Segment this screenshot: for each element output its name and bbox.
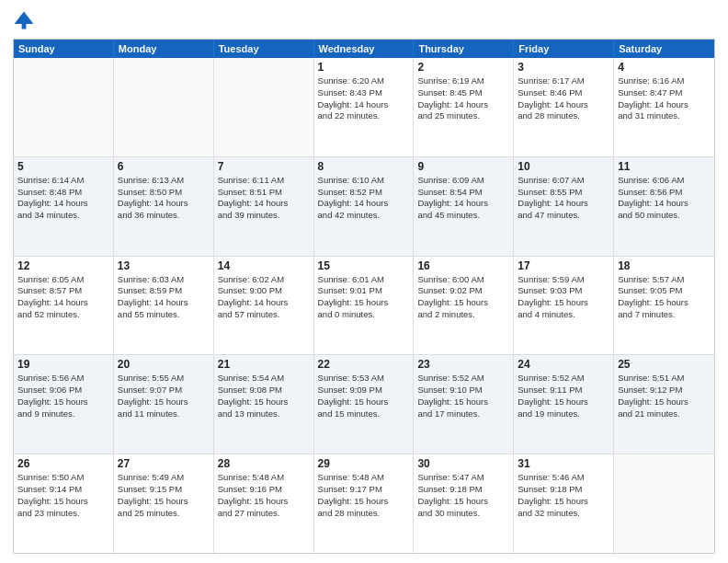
day-number: 22 xyxy=(318,358,410,371)
cell-line: and 47 minutes. xyxy=(518,210,609,222)
cell-line: Sunset: 9:18 PM xyxy=(417,484,509,496)
svg-marker-0 xyxy=(15,11,34,24)
cell-line: Sunset: 9:11 PM xyxy=(518,385,609,396)
calendar-cell-17: 17Sunrise: 5:59 AMSunset: 9:03 PMDayligh… xyxy=(514,257,614,355)
day-number: 19 xyxy=(17,358,109,371)
calendar-header: SundayMondayTuesdayWednesdayThursdayFrid… xyxy=(14,40,714,58)
calendar-cell-11: 11Sunrise: 6:06 AMSunset: 8:56 PMDayligh… xyxy=(614,157,714,256)
day-number: 8 xyxy=(318,160,410,173)
cell-line: Daylight: 14 hours xyxy=(218,297,310,309)
cell-line: and 17 minutes. xyxy=(417,408,509,420)
cell-line: Daylight: 15 hours xyxy=(318,396,410,408)
cell-line: Sunset: 9:03 PM xyxy=(518,285,609,297)
cell-line: Sunset: 8:59 PM xyxy=(118,285,210,297)
cell-line: Daylight: 15 hours xyxy=(518,297,609,309)
cell-line: Sunset: 8:56 PM xyxy=(618,187,711,199)
cell-line: and 15 minutes. xyxy=(318,408,410,420)
cell-line: Sunset: 8:50 PM xyxy=(118,187,210,199)
cell-line: Sunset: 9:06 PM xyxy=(17,385,109,396)
calendar-cell-8: 8Sunrise: 6:10 AMSunset: 8:52 PMDaylight… xyxy=(314,157,415,256)
cell-line: Daylight: 14 hours xyxy=(618,99,711,111)
cell-line: Daylight: 15 hours xyxy=(118,396,210,408)
day-number: 24 xyxy=(518,358,609,371)
day-number: 4 xyxy=(618,61,711,74)
calendar-cell-28: 28Sunrise: 5:48 AMSunset: 9:16 PMDayligh… xyxy=(214,454,314,553)
cell-line: and 57 minutes. xyxy=(218,309,310,321)
cell-line: Sunrise: 5:52 AM xyxy=(518,373,609,385)
cell-line: and 23 minutes. xyxy=(17,508,109,520)
calendar-cell-19: 19Sunrise: 5:56 AMSunset: 9:06 PMDayligh… xyxy=(14,355,114,454)
cell-line: Sunrise: 6:13 AM xyxy=(118,175,210,187)
day-number: 15 xyxy=(318,259,410,272)
day-number: 3 xyxy=(518,61,609,74)
calendar-row-2: 5Sunrise: 6:14 AMSunset: 8:48 PMDaylight… xyxy=(14,156,714,256)
calendar-cell-22: 22Sunrise: 5:53 AMSunset: 9:09 PMDayligh… xyxy=(314,355,415,454)
cell-line: Daylight: 15 hours xyxy=(318,496,410,508)
calendar-cell-25: 25Sunrise: 5:51 AMSunset: 9:12 PMDayligh… xyxy=(614,355,714,454)
cell-line: and 4 minutes. xyxy=(518,309,609,321)
cell-line: Daylight: 14 hours xyxy=(318,198,410,210)
calendar-cell-26: 26Sunrise: 5:50 AMSunset: 9:14 PMDayligh… xyxy=(14,454,114,553)
cell-line: Sunrise: 5:51 AM xyxy=(618,373,711,385)
cell-line: Sunset: 9:15 PM xyxy=(118,484,210,496)
day-number: 25 xyxy=(618,358,711,371)
cell-line: Sunrise: 6:07 AM xyxy=(518,175,609,187)
cell-line: Sunrise: 6:16 AM xyxy=(618,75,711,87)
cell-line: Sunset: 9:09 PM xyxy=(318,385,410,396)
calendar-cell-4: 4Sunrise: 6:16 AMSunset: 8:47 PMDaylight… xyxy=(614,58,714,156)
cell-line: Daylight: 15 hours xyxy=(417,297,509,309)
cell-line: and 36 minutes. xyxy=(118,210,210,222)
calendar-cell-12: 12Sunrise: 6:05 AMSunset: 8:57 PMDayligh… xyxy=(14,257,114,355)
day-number: 9 xyxy=(417,160,509,173)
cell-line: and 0 minutes. xyxy=(318,309,410,321)
cell-line: Sunset: 9:00 PM xyxy=(218,285,310,297)
cell-line: Daylight: 15 hours xyxy=(518,396,609,408)
cell-line: Daylight: 15 hours xyxy=(118,496,210,508)
cell-line: Daylight: 14 hours xyxy=(17,198,109,210)
cell-line: Sunrise: 6:05 AM xyxy=(17,274,109,286)
weekday-header-saturday: Saturday xyxy=(614,40,714,58)
day-number: 16 xyxy=(417,259,509,272)
calendar-row-1: 1Sunrise: 6:20 AMSunset: 8:43 PMDaylight… xyxy=(14,58,714,156)
cell-line: Daylight: 14 hours xyxy=(417,198,509,210)
weekday-header-sunday: Sunday xyxy=(14,40,114,58)
cell-line: Sunrise: 5:54 AM xyxy=(218,373,310,385)
calendar-body: 1Sunrise: 6:20 AMSunset: 8:43 PMDaylight… xyxy=(14,58,714,553)
day-number: 5 xyxy=(17,160,109,173)
cell-line: Sunset: 8:46 PM xyxy=(518,87,609,99)
day-number: 1 xyxy=(318,61,410,74)
calendar-cell-14: 14Sunrise: 6:02 AMSunset: 9:00 PMDayligh… xyxy=(214,257,314,355)
day-number: 28 xyxy=(218,457,310,470)
calendar-cell-18: 18Sunrise: 5:57 AMSunset: 9:05 PMDayligh… xyxy=(614,257,714,355)
cell-line: Daylight: 15 hours xyxy=(218,496,310,508)
cell-line: Sunset: 8:52 PM xyxy=(318,187,410,199)
cell-line: Sunrise: 6:01 AM xyxy=(318,274,410,286)
cell-line: Sunset: 9:18 PM xyxy=(518,484,609,496)
cell-line: and 2 minutes. xyxy=(417,309,509,321)
cell-line: Sunrise: 5:53 AM xyxy=(318,373,410,385)
cell-line: and 52 minutes. xyxy=(17,309,109,321)
calendar-cell-empty-0 xyxy=(14,58,114,156)
cell-line: Daylight: 15 hours xyxy=(518,496,609,508)
cell-line: Sunrise: 6:11 AM xyxy=(218,175,310,187)
cell-line: Daylight: 15 hours xyxy=(17,396,109,408)
day-number: 29 xyxy=(318,457,410,470)
day-number: 13 xyxy=(118,259,210,272)
cell-line: Sunrise: 6:14 AM xyxy=(17,175,109,187)
cell-line: Sunrise: 6:02 AM xyxy=(218,274,310,286)
cell-line: Daylight: 14 hours xyxy=(518,99,609,111)
cell-line: Daylight: 15 hours xyxy=(618,297,711,309)
day-number: 2 xyxy=(417,61,509,74)
day-number: 12 xyxy=(17,259,109,272)
calendar-cell-27: 27Sunrise: 5:49 AMSunset: 9:15 PMDayligh… xyxy=(114,454,214,553)
cell-line: Sunrise: 6:03 AM xyxy=(118,274,210,286)
cell-line: Sunset: 8:48 PM xyxy=(17,187,109,199)
calendar-cell-30: 30Sunrise: 5:47 AMSunset: 9:18 PMDayligh… xyxy=(414,454,514,553)
calendar-cell-5: 5Sunrise: 6:14 AMSunset: 8:48 PMDaylight… xyxy=(14,157,114,256)
cell-line: Daylight: 15 hours xyxy=(417,496,509,508)
cell-line: and 39 minutes. xyxy=(218,210,310,222)
cell-line: Sunset: 9:02 PM xyxy=(417,285,509,297)
day-number: 17 xyxy=(518,259,609,272)
cell-line: Sunset: 8:43 PM xyxy=(318,87,410,99)
svg-rect-1 xyxy=(22,24,27,29)
